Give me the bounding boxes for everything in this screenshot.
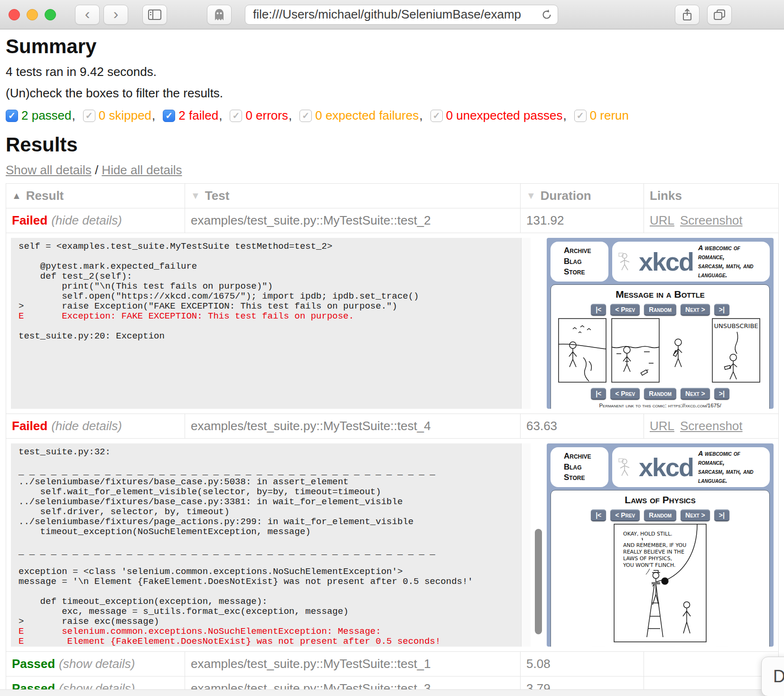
url-bar[interactable]: file:///Users/michael/github/SeleniumBas… [245,5,558,25]
filter-comma: , [563,108,566,123]
window-controls [9,9,56,20]
xkcd-nav-button[interactable]: >| [714,388,729,400]
column-header-links: Links [644,184,779,208]
xkcd-archive-link: Archive [564,451,608,462]
xkcd-nav-button[interactable]: Random [644,304,676,316]
results-title: Results [6,133,778,156]
scrollbar-thumb[interactable] [535,529,542,635]
details-links: Show all details / Hide all details [6,163,778,178]
xkcd-nav-button[interactable]: Next > [681,509,710,521]
xkcd-nav-button[interactable]: Next > [681,304,710,316]
detail-scrollbar[interactable] [533,443,544,647]
results-table: ▲Result ▼Test ▼Duration Links Failed(hid… [6,183,779,696]
screenshot-link[interactable]: Screenshot [680,213,743,227]
detail-row: test_suite.py:32: _ _ _ _ _ _ _ _ _ _ _ … [6,439,779,652]
comic-title: Laws of Physics [553,494,767,506]
xkcd-nav-button[interactable]: Random [644,509,676,521]
xkcd-nav-button[interactable]: < Prev [610,304,640,316]
share-icon [681,8,693,21]
duration-value: 63.63 [526,419,557,433]
url-text: file:///Users/michael/github/SeleniumBas… [253,7,541,22]
forward-button[interactable]: › [103,5,128,25]
sidebar-button[interactable] [142,5,167,25]
share-button[interactable] [675,5,700,25]
comic-permalink: Permanent link to this comic: https://xk… [553,402,767,409]
xkcd-nav-button[interactable]: Random [644,388,676,400]
filter-checkbox[interactable]: ✓ [430,110,443,122]
xkcd-nav-button[interactable]: |< [591,388,606,400]
comic-speech-line: OKAY, HOLD STILL. [623,531,672,537]
xkcd-store-link: Store [564,472,608,483]
filter-comma: , [219,108,222,123]
hide-details-toggle[interactable]: (hide details) [51,419,122,433]
browser-chrome: ‹ › file:///Users/michael/github/Seleniu… [0,0,784,29]
detail-scrollbar[interactable] [533,238,544,409]
table-row: Failed(hide details) examples/test_suite… [6,414,779,439]
comic-title: Message in a Bottle [553,289,767,300]
forward-icon: › [113,6,119,21]
xkcd-nav-button[interactable]: >| [714,509,729,521]
screenshot-link[interactable]: Screenshot [680,419,743,433]
filter-hint-text: (Un)check the boxes to filter the result… [6,86,778,101]
xkcd-nav-buttons: |<< PrevRandomNext >>| [553,388,767,400]
xkcd-blag-link: Blag [564,256,608,267]
test-name: examples/test_suite.py::MyTestSuite::tes… [191,419,431,433]
test-name: examples/test_suite.py::MyTestSuite::tes… [191,213,431,227]
xkcd-logo: xkcd [639,454,693,480]
filter-checkbox[interactable]: ✓ [163,110,175,122]
column-header-result[interactable]: ▲Result [6,184,185,208]
filter-checkbox[interactable]: ✓ [574,110,587,122]
xkcd-screenshot: Archive Blag Store xkcd [547,443,774,647]
filter-checkbox[interactable]: ✓ [83,110,95,122]
log-scrollbar[interactable] [521,443,531,647]
sort-desc-icon: ▼ [191,190,200,201]
tests-ran-text: 4 tests ran in 9.42 seconds. [6,65,778,79]
filter-comma: , [289,108,292,123]
xkcd-nav-button[interactable]: >| [714,304,729,316]
hide-details-toggle[interactable]: (hide details) [51,213,122,227]
log-error-text: E Exception: FAKE EXCEPTION: This test f… [19,311,354,321]
test-log: self = <examples.test_suite.MyTestSuite … [11,238,531,409]
close-window-button[interactable] [9,9,20,20]
result-status: Failed [12,213,47,227]
xkcd-archive-link: Archive [564,245,608,256]
filter-checkbox[interactable]: ✓ [6,110,18,122]
xkcd-nav-button[interactable]: Next > [681,388,710,400]
xkcd-nav-buttons: |<< PrevRandomNext >>| [553,304,767,316]
partial-overlay-button[interactable]: De [761,657,784,696]
xkcd-nav-button[interactable]: |< [591,509,606,521]
tab-overview-icon [713,9,726,21]
show-all-details-link[interactable]: Show all details [6,163,92,177]
filter-comma: , [72,108,75,123]
back-button[interactable]: ‹ [75,5,100,25]
xkcd-nav-button[interactable]: |< [591,304,606,316]
column-header-test[interactable]: ▼Test [185,184,521,208]
tabs-button[interactable] [707,5,732,25]
summary-title: Summary [6,35,778,58]
url-link[interactable]: URL [650,213,674,227]
log-scrollbar[interactable] [521,238,531,409]
xkcd-nav-button[interactable]: < Prev [610,509,640,521]
table-header-row: ▲Result ▼Test ▼Duration Links [6,184,779,208]
hide-all-details-link[interactable]: Hide all details [102,163,182,177]
comic-message-in-a-bottle: UNSUBSCRIBE [556,318,765,384]
details-links-separator: / [95,163,98,177]
filter-checkbox[interactable]: ✓ [230,110,242,122]
overlay-label: De [773,667,784,687]
comic-unsubscribe-text: UNSUBSCRIBE [714,322,758,329]
sidebar-icon [148,9,162,20]
filter-comma: , [419,108,422,123]
show-details-toggle[interactable]: (show details) [59,657,135,671]
sort-desc-icon: ▼ [526,190,536,201]
ghostery-extension-button[interactable] [207,5,232,25]
zoom-window-button[interactable] [45,9,56,20]
log-error-text: E selenium.common.exceptions.NoSuchEleme… [19,626,440,647]
filter-checkbox[interactable]: ✓ [299,110,312,122]
minimize-window-button[interactable] [27,9,38,20]
comic-speech-line: REALLY BELIEVE IN THE [623,549,684,555]
xkcd-nav-button[interactable]: < Prev [610,388,640,400]
url-link[interactable]: URL [650,419,674,433]
reload-icon[interactable] [541,9,553,21]
column-header-duration[interactable]: ▼Duration [521,184,644,208]
xkcd-nav-links: Archive Blag Store [551,242,608,282]
